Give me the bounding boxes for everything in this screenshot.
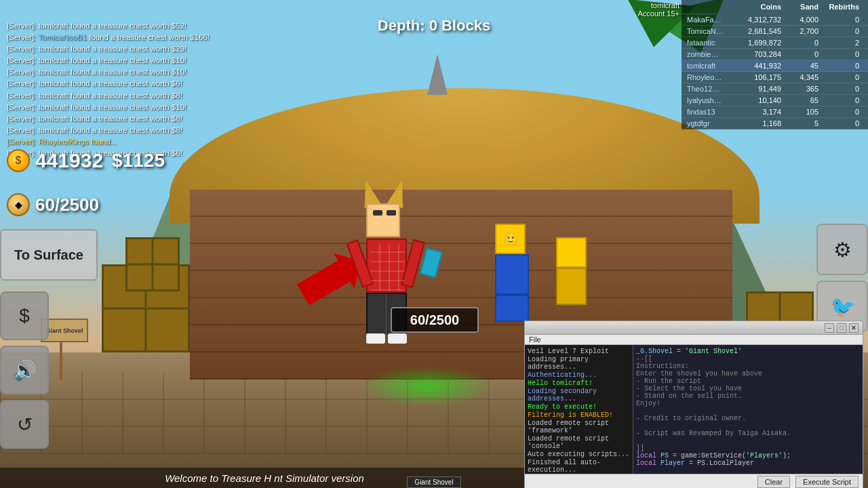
exploit-log-panel: Veil Level 7 Exploit Loading primary add…: [525, 345, 633, 474]
char-feet: [366, 333, 407, 344]
npc-yellow: [556, 237, 587, 305]
exploit-window-controls: ─ □ ✕: [825, 323, 859, 333]
chat-msg-4: [Server]: tomlcraft found a treasure che…: [7, 55, 217, 66]
leaderboard-panel: Coins Sand Rebirths MakaFaka999 4,312,73…: [682, 0, 868, 129]
char-chest-grid: [371, 243, 405, 291]
npc-blue: 🙂: [495, 224, 529, 322]
left-buttons-container: $ 🔊 ↺: [0, 291, 49, 449]
code-line-5: - Run the script: [636, 378, 860, 385]
exploit-footer: Clear Execute Script: [525, 474, 863, 488]
char-head: [366, 203, 400, 237]
exploit-menu[interactable]: File: [525, 335, 863, 345]
exploit-body: Veil Level 7 Exploit Loading primary add…: [525, 345, 863, 474]
code-line-14: ]]: [636, 445, 860, 452]
npc-legs-blue: [495, 295, 529, 322]
user-info: tomlcraft Account 15+: [638, 1, 679, 18]
log-line-2: Loading primary addresses...: [528, 356, 630, 371]
shovel-tooltip: Giant Shovel: [407, 476, 461, 488]
coins-display: $ 441932 $1125: [7, 149, 165, 172]
char-leg-left: [368, 294, 387, 335]
execute-script-button[interactable]: Execute Script: [795, 476, 859, 488]
chat-msg-3: [Server]: tomlcraft found a treasure che…: [7, 43, 217, 54]
refresh-button[interactable]: ↺: [0, 400, 49, 449]
char-foot-left: [366, 333, 385, 344]
exploit-close-button[interactable]: ✕: [849, 323, 859, 333]
exploit-menu-file[interactable]: File: [529, 336, 541, 344]
to-surface-button[interactable]: To Surface: [0, 229, 98, 281]
chat-msg-11: [Server]: RhoyleofKings found...: [7, 136, 217, 147]
hut-spike: [427, 54, 448, 95]
code-line-15: local PS = game:GetService('Players');: [636, 452, 860, 460]
code-line-9: [636, 407, 860, 415]
log-line-11: Finished all auto-execution...: [528, 459, 630, 474]
code-line-13: [636, 437, 860, 445]
dig-bar-value: 60/2500: [410, 312, 459, 328]
chat-msg-9: [Server]: tomlcraft found a treasure che…: [7, 113, 217, 124]
code-line-2: --[[: [636, 355, 860, 363]
settings-button[interactable]: ⚙: [816, 224, 868, 275]
log-line-9: Loaded remote script 'console': [528, 435, 630, 450]
lb-row-self: tomlcraft 441,932 45 0: [682, 60, 868, 72]
chat-log: [Server]: tomlcraft found a treasure che…: [7, 20, 217, 159]
log-line-10: Auto executing scripts...: [528, 451, 630, 458]
dig-bar-container: 60/2500: [391, 307, 479, 333]
code-line-10: - Credit to original owner.: [636, 415, 860, 422]
exploit-maximize-button[interactable]: □: [837, 323, 846, 333]
lb-col-player: [687, 3, 724, 11]
exploit-window[interactable]: ─ □ ✕ File Veil Level 7 Exploit Loading …: [524, 321, 863, 488]
coins-extra: $1125: [112, 150, 165, 171]
coin-icon: $: [7, 149, 30, 172]
sand-icon: ◆: [7, 193, 30, 216]
code-line-16: local Player = PS.LocalPlayer: [636, 460, 860, 467]
log-line-1: Veil Level 7 Exploit: [528, 348, 630, 355]
log-line-4: Hello tomlcraft!: [528, 380, 630, 387]
lb-row-3: fataantic 1,699,872 0 2: [682, 37, 868, 49]
lb-row-8: lyalyushkinn 10,140 65 0: [682, 95, 868, 106]
npc-body-blue: [495, 254, 529, 295]
code-line-11: [636, 422, 860, 430]
right-buttons-container: ⚙ 🐦: [816, 224, 868, 332]
lb-row-7: Theo123magi 91,449 365 0: [682, 83, 868, 95]
dollar-button[interactable]: $: [0, 291, 49, 340]
code-line-8: Enjoy!: [636, 400, 860, 407]
chat-msg-6: [Server]: tomlcraft found a treasure che…: [7, 78, 217, 89]
char-eye-right: [387, 210, 396, 216]
sand-value: 60/2500: [35, 195, 99, 216]
depth-indicator: Depth: 0 Blocks: [378, 17, 490, 35]
char-foot-right: [388, 333, 407, 344]
npc-head-blue: 🙂: [495, 224, 526, 254]
lb-row-4: zombieman6875 703,284 0 0: [682, 49, 868, 60]
clear-button[interactable]: Clear: [757, 476, 790, 488]
lb-header: Coins Sand Rebirths: [682, 0, 868, 14]
chat-msg-2: [Server]: TomicaNooB1 found a treasure c…: [7, 32, 217, 43]
char-torso: [366, 239, 407, 293]
chat-msg-8: [Server]: tomlcraft found a treasure che…: [7, 102, 217, 113]
exploit-minimize-button[interactable]: ─: [825, 323, 834, 333]
coins-value: 441932: [35, 149, 103, 172]
account-level: Account 15+: [638, 9, 679, 18]
code-line-12: - Script was Revamped by Taiga Aisaka.: [636, 430, 860, 437]
code-line-7: - Stand on the sell point.: [636, 392, 860, 400]
chat-msg-1: [Server]: tomlcraft found a treasure che…: [7, 20, 217, 31]
lb-row-6: RhoyleofKings 106,175 4,345 0: [682, 72, 868, 83]
log-line-6: Ready to execute!: [528, 403, 630, 411]
log-line-8: Loaded remote script 'framework': [528, 420, 630, 434]
code-line-6: - Select the tool you have: [636, 385, 860, 392]
lb-row-10: ygtdfgr 1,168 5 0: [682, 118, 868, 129]
lb-row-2: TomicaNoob1 2,681,545 2,700 0: [682, 26, 868, 37]
chat-msg-10: [Server]: tomlcraft found a treasure che…: [7, 125, 217, 136]
npc-head-yellow: [556, 237, 587, 268]
username-display: tomlcraft: [638, 1, 679, 9]
game-background: Giant Shovel: [0, 0, 868, 488]
lb-col-rebirths: Rebirths: [822, 3, 863, 11]
sand-display: ◆ 60/2500: [7, 193, 99, 216]
lb-row-1: MakaFaka999 4,312,732 4,000 0: [682, 14, 868, 26]
code-line-3: Instructions:: [636, 363, 860, 370]
lb-col-sand: Sand: [785, 3, 822, 11]
log-line-5: Loading secondary addresses...: [528, 388, 630, 403]
crate-small: [125, 237, 180, 291]
exploit-code-panel[interactable]: _G.Shovel = 'Giant Shovel' --[[ Instruct…: [633, 345, 863, 474]
exploit-titlebar: ─ □ ✕: [525, 321, 863, 335]
sound-button[interactable]: 🔊: [0, 346, 49, 394]
code-line-1: _G.Shovel = 'Giant Shovel': [636, 348, 860, 355]
